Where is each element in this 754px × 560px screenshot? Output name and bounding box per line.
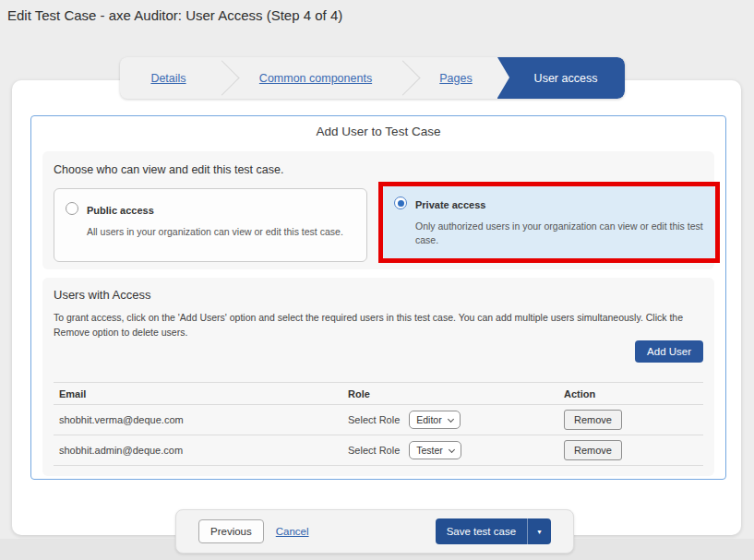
role-dropdown-value: Tester <box>416 445 443 456</box>
user-email: shobhit.admin@deque.com <box>54 445 342 456</box>
header-action: Action <box>545 388 703 399</box>
wizard-step-common-components[interactable]: Common components <box>233 57 398 99</box>
role-dropdown[interactable]: Tester <box>409 441 461 459</box>
role-dropdown[interactable]: Editor <box>409 411 460 429</box>
users-section-instructions: To grant access, click on the 'Add Users… <box>42 302 714 340</box>
wizard-step-details[interactable]: Details <box>120 57 217 99</box>
panel-title: Add User to Test Case <box>31 125 725 138</box>
header-role: Role <box>342 388 545 399</box>
chevron-down-icon <box>449 446 455 452</box>
add-user-button[interactable]: Add User <box>635 340 703 363</box>
cancel-link[interactable]: Cancel <box>276 526 309 537</box>
save-test-case-button[interactable]: Save test case ▼ <box>436 518 551 544</box>
select-role-label: Select Role <box>348 445 400 456</box>
private-access-label: Private access <box>415 199 485 210</box>
table-row: shobhit.verma@deque.com Select Role Edit… <box>54 405 703 435</box>
wizard-step-common-components-link[interactable]: Common components <box>259 72 372 85</box>
previous-button[interactable]: Previous <box>198 519 264 543</box>
private-access-option[interactable]: Private access Only authorized users in … <box>383 186 715 258</box>
step-wizard: Details Common components Pages User acc… <box>120 57 625 99</box>
header-email: Email <box>54 388 342 399</box>
wizard-step-user-access-label: User access <box>534 72 598 85</box>
save-dropdown-toggle[interactable]: ▼ <box>527 518 551 544</box>
select-role-label: Select Role <box>348 414 400 425</box>
public-access-option[interactable]: Public access All users in your organiza… <box>54 188 367 262</box>
private-access-radio[interactable] <box>394 197 407 209</box>
footer-action-bar: Previous Cancel Save test case ▼ <box>175 509 574 554</box>
remove-user-button[interactable]: Remove <box>564 440 622 460</box>
users-with-access-section: Users with Access To grant access, click… <box>42 278 714 476</box>
highlight-annotation-box: Private access Only authorized users in … <box>378 182 720 263</box>
save-test-case-label[interactable]: Save test case <box>436 518 527 544</box>
page-title: Edit Test Case - axe Auditor: User Acces… <box>7 7 342 23</box>
public-access-description: All users in your organization can view … <box>87 225 343 239</box>
private-access-description: Only authorized users in your organizati… <box>415 220 704 247</box>
users-section-title: Users with Access <box>42 278 714 302</box>
public-access-radio[interactable] <box>66 202 78 215</box>
table-row: shobhit.admin@deque.com Select Role Test… <box>54 435 703 466</box>
access-prompt: Choose who can view and edit this test c… <box>42 151 714 176</box>
page: Edit Test Case - axe Auditor: User Acces… <box>0 0 754 560</box>
wizard-step-user-access-active[interactable]: User access <box>497 57 625 99</box>
role-dropdown-value: Editor <box>416 414 441 425</box>
wizard-step-pages[interactable]: Pages <box>414 57 497 99</box>
users-table: Email Role Action shobhit.verma@deque.co… <box>54 382 703 466</box>
public-access-label: Public access <box>87 205 154 216</box>
remove-user-button[interactable]: Remove <box>564 410 622 430</box>
caret-down-icon: ▼ <box>536 529 543 535</box>
wizard-step-details-link[interactable]: Details <box>150 72 186 85</box>
users-table-header-row: Email Role Action <box>54 383 703 405</box>
add-user-panel: Add User to Test Case Choose who can vie… <box>30 115 726 480</box>
access-choice-section: Choose who can view and edit this test c… <box>42 151 714 269</box>
wizard-step-pages-link[interactable]: Pages <box>439 72 472 85</box>
chevron-separator-icon <box>398 57 414 99</box>
chevron-separator-icon <box>217 57 233 99</box>
chevron-down-icon <box>448 415 454 422</box>
user-email: shobhit.verma@deque.com <box>54 414 342 425</box>
